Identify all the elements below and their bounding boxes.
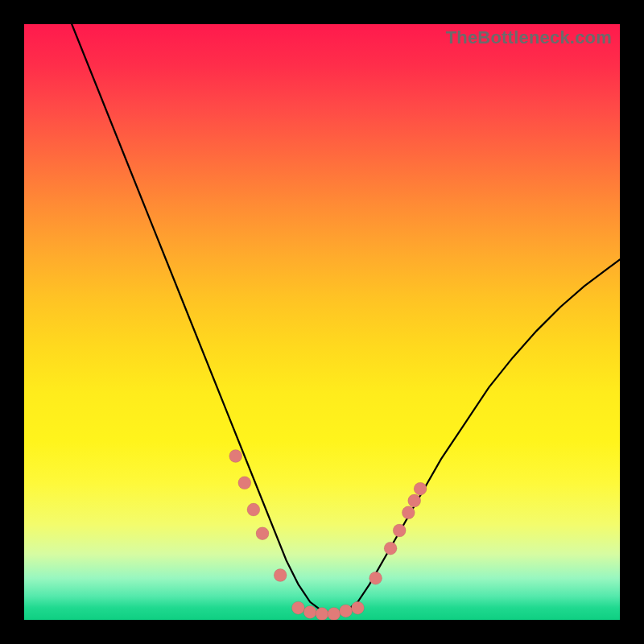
bottleneck-curve (72, 24, 620, 614)
watermark-text: TheBottleneck.com (446, 27, 612, 48)
data-marker (328, 608, 341, 620)
data-marker (384, 542, 397, 555)
data-marker (369, 572, 382, 584)
data-marker (229, 450, 242, 463)
chart-overlay-svg (24, 24, 620, 620)
data-marker (274, 569, 287, 582)
data-marker (414, 482, 427, 495)
data-marker (238, 477, 251, 489)
data-marker (247, 503, 260, 516)
marker-layer (229, 450, 427, 621)
plot-area: TheBottleneck.com (24, 24, 620, 620)
data-marker (408, 494, 421, 507)
data-marker (393, 524, 406, 537)
data-marker (303, 605, 316, 618)
chart-stage: TheBottleneck.com (0, 0, 644, 644)
data-marker (316, 608, 328, 620)
data-marker (256, 527, 269, 540)
data-marker (291, 601, 304, 614)
data-marker (402, 506, 415, 519)
data-marker (351, 601, 364, 614)
data-marker (340, 605, 353, 617)
